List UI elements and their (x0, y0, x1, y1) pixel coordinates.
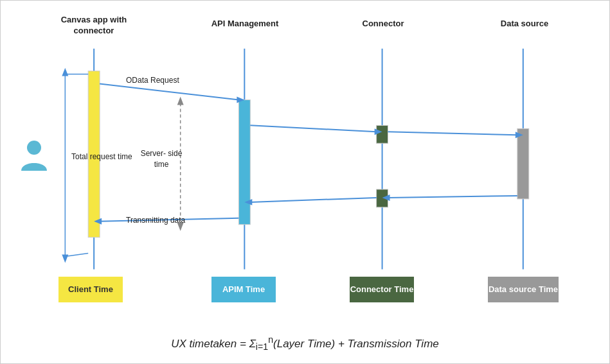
lifeline-datasource-label: Data source (489, 19, 560, 30)
svg-marker-14 (516, 132, 523, 138)
svg-marker-18 (244, 199, 252, 205)
odata-request-label: OData Request (126, 76, 179, 85)
apim-time-legend: APIM Time (211, 277, 276, 302)
lifeline-connector-label: Connector (351, 19, 415, 30)
formula-label: UX timetaken = Σi=1n(Layer Time) + Trans… (1, 334, 609, 352)
svg-line-17 (250, 198, 376, 202)
svg-rect-5 (238, 100, 250, 224)
total-request-label: Total request time (71, 152, 132, 162)
svg-line-15 (388, 196, 517, 198)
svg-marker-22 (177, 96, 184, 105)
diagram-container: Canvas app with connector API Management… (0, 0, 610, 364)
svg-rect-6 (377, 125, 388, 143)
svg-marker-10 (237, 96, 244, 103)
svg-marker-12 (375, 128, 382, 135)
client-time-legend: Client Time (58, 277, 123, 302)
svg-rect-7 (377, 189, 388, 207)
svg-point-29 (27, 141, 41, 155)
svg-marker-20 (94, 218, 102, 225)
diagram-svg (1, 1, 609, 363)
svg-line-9 (100, 84, 238, 100)
datasource-time-legend: Data source Time (488, 277, 559, 302)
server-side-label: Server- side time (139, 148, 184, 170)
lifeline-canvas-label: Canvas app with connector (55, 15, 132, 37)
svg-line-28 (65, 254, 88, 257)
svg-marker-16 (382, 195, 390, 201)
transmitting-data-label: Transmitting data (126, 216, 185, 225)
svg-line-11 (250, 125, 376, 132)
svg-marker-25 (62, 68, 68, 76)
svg-marker-26 (62, 255, 68, 263)
lifeline-apim-label: API Management (206, 19, 283, 30)
connector-time-legend: Connector Time (350, 277, 414, 302)
user-icon (19, 139, 49, 176)
svg-rect-8 (517, 128, 529, 199)
svg-line-13 (388, 132, 517, 135)
